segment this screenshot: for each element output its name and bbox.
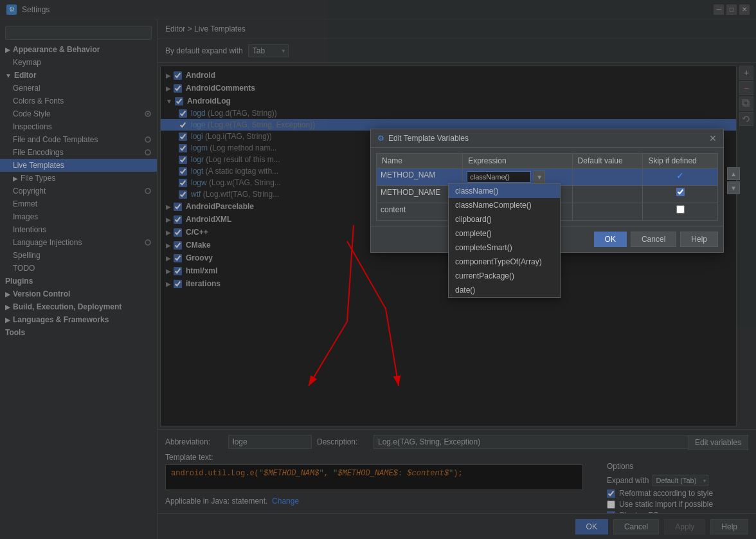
cell-default-content[interactable] (572, 203, 643, 221)
edit-template-variables-dialog: ⚙ Edit Template Variables ✕ Name Express… (370, 129, 724, 253)
dropdown-item-classname[interactable]: className() (449, 184, 560, 198)
dropdown-item-current-package[interactable]: currentPackage() (449, 269, 560, 283)
cell-skip-method-nam: ✓ (643, 169, 718, 186)
dropdown-item-clipboard[interactable]: clipboard() (449, 212, 560, 226)
expression-dropdown: className() classNameComplete() clipboar… (448, 183, 561, 298)
dialog-title-text: Edit Template Variables (388, 134, 469, 143)
nav-up-button[interactable]: ▲ (727, 167, 740, 180)
dropdown-item-complete[interactable]: complete() (449, 226, 560, 241)
cell-default-method-name[interactable] (572, 186, 643, 203)
col-name-header: Name (377, 154, 463, 169)
dialog-close-button[interactable]: ✕ (709, 133, 717, 143)
skip-checkbox-content[interactable] (676, 205, 685, 214)
cell-skip-content (643, 203, 718, 221)
dialog-title-bar: ⚙ Edit Template Variables ✕ (371, 129, 723, 148)
dialog-ok-button[interactable]: OK (594, 232, 627, 247)
col-expression-header: Expression (463, 154, 572, 169)
skip-checkbox-method-name[interactable] (676, 188, 685, 196)
dialog-overlay: ⚙ Edit Template Variables ✕ Name Express… (0, 0, 756, 539)
expr-input-method-nam[interactable] (467, 171, 531, 183)
cell-skip-method-name (643, 186, 718, 203)
dialog-cancel-button[interactable]: Cancel (631, 232, 676, 247)
col-skip-header: Skip if defined (643, 154, 718, 169)
dropdown-item-complete-smart[interactable]: completeSmart() (449, 241, 560, 255)
dropdown-item-classname-complete[interactable]: classNameComplete() (449, 198, 560, 212)
dropdown-item-component-type[interactable]: componentTypeOf(Array) (449, 255, 560, 269)
nav-arrows: ▲ ▼ (727, 167, 740, 194)
cell-default-method-nam[interactable] (572, 169, 643, 186)
dialog-title: ⚙ Edit Template Variables (377, 134, 469, 143)
dialog-content: Name Expression Default value Skip if de… (371, 148, 723, 226)
dialog-help-button[interactable]: Help (680, 232, 718, 247)
expr-cell: ▼ (467, 170, 568, 183)
skip-checkmark: ✓ (676, 170, 684, 181)
dialog-icon: ⚙ (377, 134, 384, 143)
col-default-value-header: Default value (572, 154, 643, 169)
dropdown-item-date[interactable]: date() (449, 283, 560, 297)
expr-dropdown-button[interactable]: ▼ (534, 170, 545, 183)
nav-down-button[interactable]: ▼ (727, 181, 740, 194)
